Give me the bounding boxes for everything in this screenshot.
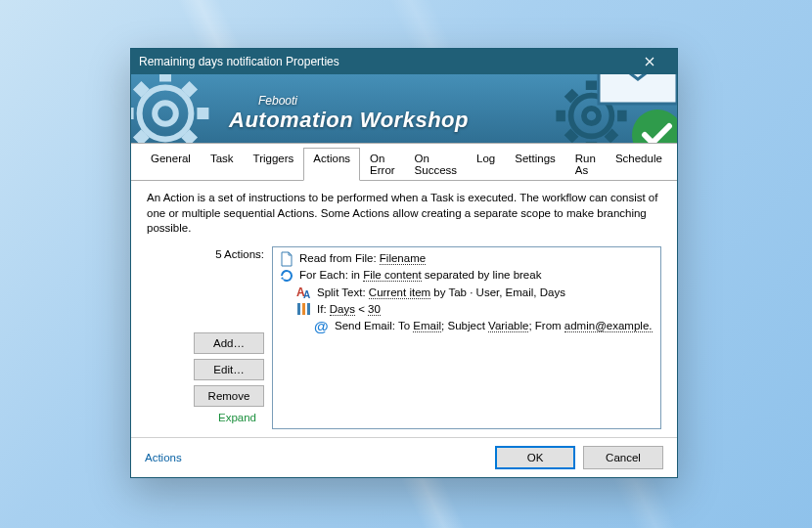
svg-text:@: @ — [314, 319, 329, 334]
close-button[interactable] — [630, 49, 669, 74]
actions-list[interactable]: Read from File: FilenameFor Each: in Fil… — [272, 246, 661, 429]
titlebar: Remaining days notification Properties — [131, 49, 677, 74]
tab-actions-content: An Action is a set of instructions to be… — [131, 181, 677, 437]
window-title: Remaining days notification Properties — [139, 55, 630, 68]
actions-sidebar: 5 Actions: Add… Edit… Remove Expand — [147, 246, 264, 429]
email-icon: @ — [314, 319, 330, 334]
brand-big: Automation Workshop — [229, 108, 469, 132]
file-icon — [279, 251, 294, 267]
action-text: If: Days < 30 — [317, 301, 381, 318]
tab-log[interactable]: Log — [467, 148, 505, 181]
action-text: For Each: in File content separated by l… — [299, 267, 541, 284]
action-item[interactable]: AASplit Text: Current item by Tab · User… — [279, 285, 654, 301]
action-text: Read from File: Filename — [299, 250, 426, 267]
tab-task[interactable]: Task — [201, 148, 244, 181]
if-icon — [296, 301, 312, 317]
add-button[interactable]: Add… — [194, 332, 264, 354]
svg-text:A: A — [303, 289, 310, 300]
close-icon — [645, 57, 654, 66]
svg-point-0 — [140, 88, 192, 140]
tab-description: An Action is a set of instructions to be… — [147, 191, 661, 237]
ok-button[interactable]: OK — [495, 446, 575, 469]
help-link[interactable]: Actions — [145, 452, 182, 463]
tab-general[interactable]: General — [141, 148, 201, 181]
edit-button[interactable]: Edit… — [194, 359, 264, 380]
action-item[interactable]: @Send Email: To Email; Subject Variable;… — [279, 318, 654, 334]
banner: Febooti Automation Workshop — [131, 74, 677, 144]
gear-icon — [131, 74, 224, 144]
svg-point-1 — [155, 103, 176, 124]
tab-on-error[interactable]: On Error — [360, 148, 405, 181]
action-text: Send Email: To Email; Subject Variable; … — [335, 318, 653, 334]
action-item[interactable]: If: Days < 30 — [279, 301, 654, 318]
expand-link[interactable]: Expand — [218, 412, 256, 423]
svg-rect-9 — [302, 303, 305, 315]
dialog-footer: Actions OK Cancel — [131, 437, 677, 477]
tabstrip: GeneralTaskTriggersActionsOn ErrorOn Suc… — [131, 144, 677, 181]
tab-triggers[interactable]: Triggers — [244, 148, 304, 181]
action-item[interactable]: Read from File: Filename — [279, 250, 654, 267]
remove-button[interactable]: Remove — [194, 385, 264, 407]
actions-count-label: 5 Actions: — [215, 248, 264, 260]
action-text: Split Text: Current item by Tab · User, … — [317, 285, 565, 301]
actions-panel: 5 Actions: Add… Edit… Remove Expand Read… — [147, 246, 661, 429]
tab-settings[interactable]: Settings — [505, 148, 565, 181]
properties-dialog: Remaining days notification Properties — [130, 48, 678, 478]
text-icon: AA — [296, 285, 312, 300]
tab-actions[interactable]: Actions — [303, 148, 360, 181]
svg-rect-10 — [307, 303, 310, 315]
svg-rect-8 — [297, 303, 300, 315]
action-item[interactable]: For Each: in File content separated by l… — [279, 267, 654, 284]
tab-on-success[interactable]: On Success — [405, 148, 467, 181]
cancel-button[interactable]: Cancel — [583, 446, 663, 469]
tab-schedule[interactable]: Schedule — [606, 148, 672, 181]
tab-run-as[interactable]: Run As — [565, 148, 606, 181]
brand-small: Febooti — [258, 94, 469, 108]
envelope-icon — [594, 74, 677, 113]
loop-icon — [279, 268, 294, 284]
brand: Febooti Automation Workshop — [229, 94, 469, 133]
